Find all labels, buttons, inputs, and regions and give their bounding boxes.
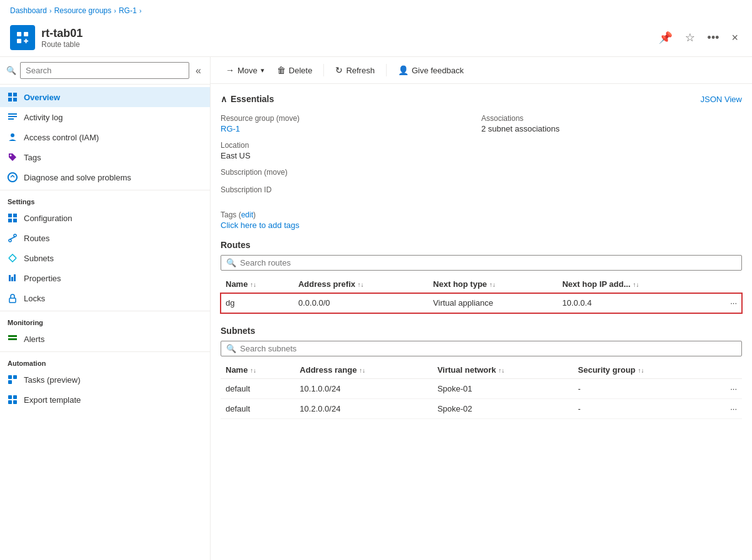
routes-icon: [8, 233, 18, 243]
sidebar-item-activity-log-label: Activity log: [24, 113, 63, 122]
sidebar-item-routes[interactable]: Routes: [0, 228, 210, 248]
resource-subtitle: Route table: [41, 40, 83, 49]
sidebar-item-locks[interactable]: Locks: [0, 288, 210, 308]
sidebar-item-subnets[interactable]: Subnets: [0, 248, 210, 268]
json-view-link[interactable]: JSON View: [701, 95, 742, 104]
sn-sg-sort-icon: ↑↓: [638, 367, 644, 374]
sidebar-item-diagnose[interactable]: Diagnose and solve problems: [0, 167, 210, 187]
routes-table-header: Name ↑↓ Address prefix ↑↓ Next hop type …: [221, 276, 742, 293]
subscription-label: Subscription (move): [221, 168, 481, 177]
subnet-name: default: [221, 399, 295, 419]
table-row[interactable]: default 10.2.0.0/24 Spoke-02 - ···: [221, 399, 742, 419]
sidebar-item-iam[interactable]: Access control (IAM): [0, 127, 210, 147]
svg-rect-22: [8, 335, 17, 337]
subnets-col-address-range[interactable]: Address range ↑↓: [295, 361, 432, 379]
routes-col-address-prefix[interactable]: Address prefix ↑↓: [293, 276, 428, 293]
chevron-up-icon: ∧: [221, 94, 227, 104]
sidebar-item-properties[interactable]: Properties: [0, 268, 210, 288]
feedback-button[interactable]: 👤 Give feedback: [393, 62, 469, 78]
breadcrumb-resource-groups[interactable]: Resource groups: [54, 6, 111, 15]
subnets-col-name[interactable]: Name ↑↓: [221, 361, 295, 379]
sidebar-item-tasks-label: Tasks (preview): [24, 375, 80, 385]
sidebar-item-tasks[interactable]: Tasks (preview): [0, 370, 210, 390]
essentials-grid: Resource group (move) RG-1 Location East…: [221, 111, 742, 200]
sn-name-sort-icon: ↑↓: [250, 367, 256, 374]
location-value: East US: [221, 151, 481, 160]
svg-rect-25: [13, 375, 17, 379]
sidebar-item-overview-label: Overview: [24, 93, 60, 102]
subnets-table-header: Name ↑↓ Address range ↑↓ Virtual network…: [221, 361, 742, 379]
routes-search-input[interactable]: [240, 258, 736, 267]
sidebar-item-tags[interactable]: Tags: [0, 147, 210, 167]
sidebar-item-subnets-label: Subnets: [24, 254, 54, 263]
move-button[interactable]: → Move ▾: [221, 62, 269, 78]
delete-icon: 🗑: [277, 65, 286, 75]
subnet-row-actions[interactable]: ···: [711, 399, 742, 419]
breadcrumb-dashboard[interactable]: Dashboard: [10, 6, 47, 15]
table-row[interactable]: dg 0.0.0.0/0 Virtual appliance 10.0.0.4 …: [221, 293, 742, 313]
sidebar-item-alerts[interactable]: Alerts: [0, 329, 210, 349]
svg-rect-5: [8, 98, 12, 101]
sidebar-item-alerts-label: Alerts: [24, 334, 44, 344]
associations-label: Associations: [481, 114, 742, 123]
sidebar-item-overview[interactable]: Overview: [0, 87, 210, 107]
sidebar-item-export-template[interactable]: Export template: [0, 390, 210, 410]
routes-col-name[interactable]: Name ↑↓: [221, 276, 293, 293]
subnet-address-range: 10.1.0.0/24: [295, 379, 432, 399]
sidebar-item-locks-label: Locks: [24, 294, 45, 303]
activity-log-icon: [8, 112, 18, 122]
sidebar-search-container: 🔍 «: [0, 57, 210, 85]
svg-rect-12: [8, 214, 12, 217]
table-row[interactable]: default 10.1.0.0/24 Spoke-01 - ···: [221, 379, 742, 399]
sn-vnet-sort-icon: ↑↓: [498, 367, 504, 374]
subnets-col-security-group[interactable]: Security group ↑↓: [573, 361, 711, 379]
sidebar-item-tags-label: Tags: [24, 153, 41, 162]
sidebar-item-diagnose-label: Diagnose and solve problems: [24, 173, 131, 182]
routes-col-next-hop-type[interactable]: Next hop type ↑↓: [428, 276, 557, 293]
sidebar-item-configuration-label: Configuration: [24, 214, 72, 223]
sidebar-item-configuration[interactable]: Configuration: [0, 208, 210, 228]
svg-point-17: [14, 234, 16, 237]
routes-col-next-hop-ip[interactable]: Next hop IP add... ↑↓: [557, 276, 712, 293]
pin-button[interactable]: 📌: [655, 28, 676, 47]
sidebar-item-properties-label: Properties: [24, 274, 61, 283]
subnet-virtual-network: Spoke-02: [432, 399, 573, 419]
favorite-button[interactable]: ☆: [681, 28, 699, 47]
svg-rect-19: [11, 277, 13, 281]
svg-rect-9: [8, 118, 14, 120]
subnet-name: default: [221, 379, 295, 399]
subnets-col-virtual-network[interactable]: Virtual network ↑↓: [432, 361, 573, 379]
close-button[interactable]: ×: [728, 28, 742, 47]
tags-edit-link[interactable]: edit: [241, 210, 253, 219]
breadcrumb-rg1[interactable]: RG-1: [118, 6, 137, 15]
routes-search-icon: 🔍: [226, 258, 236, 267]
tags-label: Tags (edit): [221, 210, 742, 219]
subnet-row-actions[interactable]: ···: [711, 379, 742, 399]
search-input[interactable]: [20, 62, 189, 79]
svg-point-16: [9, 239, 11, 242]
svg-rect-13: [13, 214, 17, 217]
subnets-section-title: Subnets: [221, 326, 742, 336]
associations-value: 2 subnet associations: [481, 124, 742, 133]
resource-group-link[interactable]: RG-1: [221, 124, 240, 133]
sn-addr-sort-icon: ↑↓: [359, 367, 365, 374]
move-icon: →: [226, 65, 234, 75]
svg-rect-6: [13, 98, 17, 101]
resource-group-label: Resource group (move): [221, 114, 481, 123]
refresh-icon: ↻: [335, 65, 343, 75]
location-label: Location: [221, 141, 481, 150]
delete-button[interactable]: 🗑 Delete: [272, 62, 318, 78]
subnets-search-input[interactable]: [240, 344, 736, 353]
route-row-actions[interactable]: ···: [712, 293, 742, 313]
header-text: rt-tab01 Route table: [41, 27, 83, 49]
sidebar-item-activity-log[interactable]: Activity log: [0, 107, 210, 127]
more-button[interactable]: •••: [704, 28, 723, 47]
subnets-header-row: Name ↑↓ Address range ↑↓ Virtual network…: [221, 361, 742, 379]
collapse-button[interactable]: «: [193, 63, 204, 79]
refresh-button[interactable]: ↻ Refresh: [330, 62, 380, 78]
tags-add-link[interactable]: Click here to add tags: [221, 220, 300, 230]
resource-group-value: RG-1: [221, 124, 481, 133]
subnets-icon: [8, 253, 18, 263]
subnets-col-actions: [711, 361, 742, 379]
sidebar-nav: Overview Activity log Access control (IA…: [0, 85, 210, 560]
